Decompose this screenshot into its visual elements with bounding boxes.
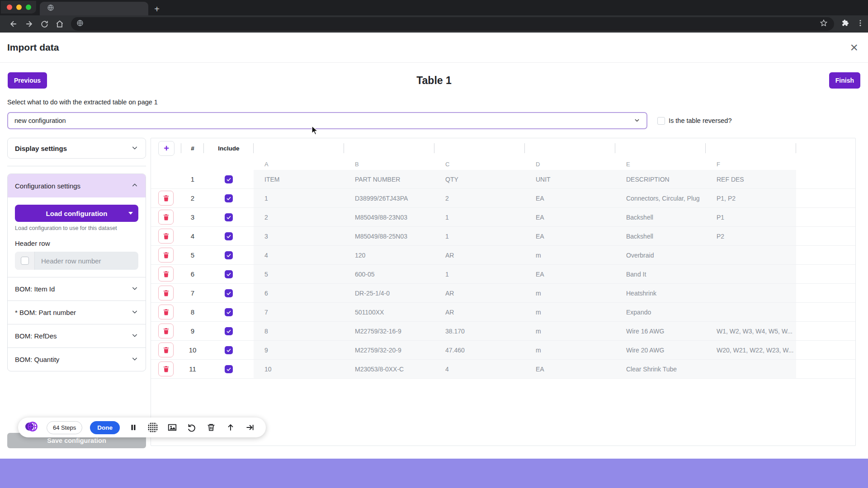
include-checkbox[interactable] — [225, 194, 233, 202]
bom-accordion-item[interactable]: BOM: Quantity — [8, 347, 146, 371]
configuration-settings-accordion[interactable]: Configuration settings — [8, 174, 146, 197]
address-bar[interactable] — [71, 17, 834, 31]
delete-row-button[interactable] — [158, 286, 174, 300]
table-cell[interactable] — [706, 284, 796, 303]
trash-icon[interactable] — [205, 422, 217, 433]
column-letter[interactable]: D — [525, 161, 615, 168]
pause-icon[interactable] — [127, 422, 139, 433]
include-checkbox[interactable] — [225, 270, 233, 278]
table-cell[interactable]: Backshell — [615, 208, 706, 227]
table-cell[interactable]: 9 — [254, 341, 344, 360]
column-letter[interactable]: E — [615, 161, 706, 168]
include-checkbox[interactable] — [225, 365, 233, 373]
table-cell[interactable]: AR — [434, 246, 525, 265]
delete-row-button[interactable] — [158, 361, 174, 376]
table-cell[interactable]: 1 — [434, 208, 525, 227]
column-letter[interactable]: B — [344, 161, 434, 168]
upload-arrow-icon[interactable] — [225, 422, 236, 433]
table-cell[interactable]: DR-25-1/4-0 — [344, 284, 434, 303]
include-checkbox[interactable] — [225, 232, 233, 240]
table-cell[interactable]: 8 — [254, 322, 344, 341]
delete-row-button[interactable] — [158, 267, 174, 282]
table-cell[interactable]: EA — [525, 208, 615, 227]
load-configuration-button[interactable]: Load configuration — [15, 205, 138, 222]
bom-accordion-item[interactable]: * BOM: Part number — [8, 300, 146, 324]
steps-counter[interactable]: 64 Steps — [47, 421, 82, 434]
table-cell[interactable]: Heatshrink — [615, 284, 706, 303]
halftone-icon[interactable] — [147, 422, 159, 433]
table-cell[interactable]: Backshell — [615, 227, 706, 246]
include-checkbox[interactable] — [225, 346, 233, 354]
table-cell[interactable]: m — [525, 303, 615, 322]
table-cell[interactable]: EA — [525, 265, 615, 284]
new-tab-button[interactable]: + — [151, 3, 163, 15]
table-cell[interactable]: EA — [525, 227, 615, 246]
table-cell[interactable] — [706, 265, 796, 284]
extensions-puzzle-icon[interactable] — [841, 19, 850, 29]
column-letter[interactable]: F — [706, 161, 796, 168]
table-cell[interactable]: Clear Shrink Tube — [615, 360, 706, 379]
table-cell[interactable]: AR — [434, 303, 525, 322]
table-cell[interactable] — [706, 303, 796, 322]
table-cell[interactable]: UNIT — [525, 170, 615, 189]
done-button[interactable]: Done — [90, 421, 120, 434]
header-row-number-input[interactable] — [35, 252, 138, 270]
table-cell[interactable]: EA — [525, 360, 615, 379]
table-cell[interactable]: P1 — [706, 208, 796, 227]
delete-row-button[interactable] — [158, 191, 174, 206]
table-cell[interactable]: M85049/88-25N03 — [344, 227, 434, 246]
bookmark-star-icon[interactable] — [820, 19, 828, 29]
skip-to-end-icon[interactable] — [244, 422, 256, 433]
delete-row-button[interactable] — [158, 229, 174, 244]
table-cell[interactable]: 1 — [254, 189, 344, 208]
table-cell[interactable]: EA — [525, 189, 615, 208]
table-cell[interactable]: REF DES — [706, 170, 796, 189]
forward-icon[interactable] — [23, 18, 35, 30]
table-cell[interactable]: M85049/88-23N03 — [344, 208, 434, 227]
table-cell[interactable]: 10 — [254, 360, 344, 379]
table-cell[interactable]: m — [525, 341, 615, 360]
maximize-window-button[interactable] — [26, 5, 31, 10]
table-cell[interactable]: PART NUMBER — [344, 170, 434, 189]
delete-row-button[interactable] — [158, 305, 174, 319]
table-cell[interactable]: D38999/26TJ43PA — [344, 189, 434, 208]
table-cell[interactable]: Connectors, Circular, Plug — [615, 189, 706, 208]
bom-accordion-item[interactable]: BOM: RefDes — [8, 324, 146, 347]
home-icon[interactable] — [53, 18, 66, 30]
table-cell[interactable]: M22759/32-16-9 — [344, 322, 434, 341]
table-cell[interactable]: 38.170 — [434, 322, 525, 341]
table-cell[interactable]: M22759/32-20-9 — [344, 341, 434, 360]
column-letter[interactable]: C — [434, 161, 525, 168]
table-cell[interactable]: 3 — [254, 227, 344, 246]
table-action-select[interactable]: new configuration — [7, 112, 647, 129]
screenshot-image-icon[interactable] — [166, 422, 178, 433]
table-cell[interactable]: m — [525, 284, 615, 303]
table-cell[interactable]: 4 — [254, 246, 344, 265]
include-checkbox[interactable] — [225, 327, 233, 335]
table-cell[interactable]: 600-05 — [344, 265, 434, 284]
browser-tab[interactable] — [40, 2, 148, 15]
table-cell[interactable]: 1 — [434, 227, 525, 246]
include-checkbox[interactable] — [225, 308, 233, 316]
table-cell[interactable]: Band It — [615, 265, 706, 284]
header-row-checkbox[interactable] — [21, 257, 29, 265]
include-checkbox[interactable] — [225, 175, 233, 183]
delete-row-button[interactable] — [158, 210, 174, 225]
table-cell[interactable]: Wire 16 AWG — [615, 322, 706, 341]
table-cell[interactable]: 47.460 — [434, 341, 525, 360]
table-cell[interactable]: P2 — [706, 227, 796, 246]
table-cell[interactable]: M23053/8-0XX-C — [344, 360, 434, 379]
table-cell[interactable]: 6 — [254, 284, 344, 303]
delete-row-button[interactable] — [158, 324, 174, 338]
table-cell[interactable]: 4 — [434, 360, 525, 379]
table-cell[interactable]: Wire 20 AWG — [615, 341, 706, 360]
include-checkbox[interactable] — [225, 251, 233, 259]
browser-menu-dots-icon[interactable] — [856, 19, 864, 29]
close-icon[interactable]: × — [850, 41, 858, 54]
table-cell[interactable]: W1, W2, W3, W4, W5, W... — [706, 322, 796, 341]
table-cell[interactable]: AR — [434, 284, 525, 303]
include-checkbox[interactable] — [225, 289, 233, 297]
table-cell[interactable]: Overbraid — [615, 246, 706, 265]
include-checkbox[interactable] — [225, 213, 233, 221]
table-cell[interactable]: 7 — [254, 303, 344, 322]
